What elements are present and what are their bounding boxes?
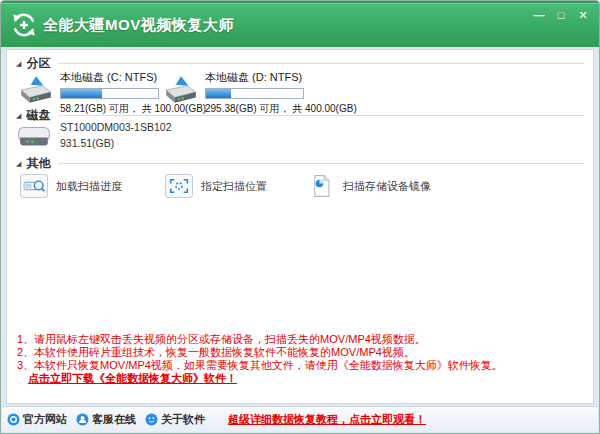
customer-service-icon xyxy=(76,413,89,426)
hard-disk-icon xyxy=(17,124,51,150)
tutorial-link[interactable]: 超级详细数据恢复教程，点击立即观看！ xyxy=(228,412,426,427)
scan-device-image-button[interactable]: 扫描存储设备镜像 xyxy=(307,174,431,198)
close-button[interactable]: ✕ xyxy=(575,8,591,22)
load-scan-progress-icon xyxy=(20,174,48,198)
disk-model: ST1000DM003-1SB102 xyxy=(60,121,172,133)
disk-info: ST1000DM003-1SB102 931.51(GB) xyxy=(60,121,172,150)
partition-usage-fill xyxy=(61,89,102,98)
scan-location-button[interactable]: 指定扫描位置 xyxy=(165,174,267,198)
app-logo-icon xyxy=(10,11,38,39)
download-link[interactable]: 点击立即下载《全能数据恢复大师》软件！ xyxy=(28,372,503,385)
titlebar: 全能大疆MOV视频恢复大师 — □ ✕ xyxy=(1,1,599,47)
statusbar-label: 关于软件 xyxy=(161,412,205,427)
expander-icon: ◢ xyxy=(16,60,21,67)
disk-capacity: 931.51(GB) xyxy=(60,137,172,149)
statusbar-label: 官方网站 xyxy=(23,412,67,427)
customer-service-link[interactable]: 客服在线 xyxy=(76,412,136,427)
section-divider xyxy=(58,115,584,116)
partition-drive-icon xyxy=(163,74,199,106)
section-label: 其他 xyxy=(26,155,50,172)
scan-location-icon xyxy=(165,174,193,198)
instruction-line: 1、请用鼠标左键双击丢失视频的分区或存储设备，扫描丢失的MOV/MP4视频数据。 xyxy=(17,333,503,346)
expander-icon: ◢ xyxy=(16,112,21,119)
partition-usage-bar xyxy=(205,88,304,99)
window-controls: — □ ✕ xyxy=(525,8,591,22)
load-scan-progress-button[interactable]: 加载扫描进度 xyxy=(20,174,122,198)
about-software-icon xyxy=(145,413,158,426)
action-label: 扫描存储设备镜像 xyxy=(343,179,431,194)
statusbar-label: 客服在线 xyxy=(92,412,136,427)
device-image-icon xyxy=(307,174,335,198)
section-divider xyxy=(58,163,584,164)
disk-item[interactable]: ST1000DM003-1SB102 931.51(GB) xyxy=(17,121,172,150)
instructions: 1、请用鼠标左键双击丢失视频的分区或存储设备，扫描丢失的MOV/MP4视频数据。… xyxy=(17,333,503,385)
statusbar: 官方网站 客服在线 关于软件 超级详细数据恢复教程，点击立即观看！ xyxy=(2,406,598,432)
expander-icon: ◢ xyxy=(16,160,21,167)
window-title: 全能大疆MOV视频恢复大师 xyxy=(43,16,234,35)
partition-usage-fill xyxy=(206,89,231,98)
main-panel: ◢ 分区 本地磁盘 (C: NTFS) 58.21(GB) 可用， 共 100.… xyxy=(6,49,594,404)
action-label: 加载扫描进度 xyxy=(56,179,122,194)
instruction-line: 3、本软件只恢复MOV/MP4视频，如果需要恢复其他文件，请使用《全能数据恢复大… xyxy=(17,359,503,372)
section-header-partitions[interactable]: ◢ 分区 xyxy=(16,57,584,70)
section-divider xyxy=(58,63,584,64)
partition-drive-icon xyxy=(18,74,54,106)
action-label: 指定扫描位置 xyxy=(201,179,267,194)
official-website-link[interactable]: 官方网站 xyxy=(7,412,67,427)
section-header-others[interactable]: ◢ 其他 xyxy=(16,157,584,170)
instruction-line: 2、本软件使用碎片重组技术，恢复一般数据恢复软件不能恢复的MOV/MP4视频。 xyxy=(17,346,503,359)
partition-name: 本地磁盘 (D: NTFS) xyxy=(205,70,357,85)
app-window: 全能大疆MOV视频恢复大师 — □ ✕ ◢ 分区 本地磁盘 (C: NTFS xyxy=(0,0,600,434)
minimize-button[interactable]: — xyxy=(531,8,547,22)
maximize-button[interactable]: □ xyxy=(553,8,569,22)
about-software-link[interactable]: 关于软件 xyxy=(145,412,205,427)
website-icon xyxy=(7,413,20,426)
partition-usage-bar xyxy=(60,88,159,99)
